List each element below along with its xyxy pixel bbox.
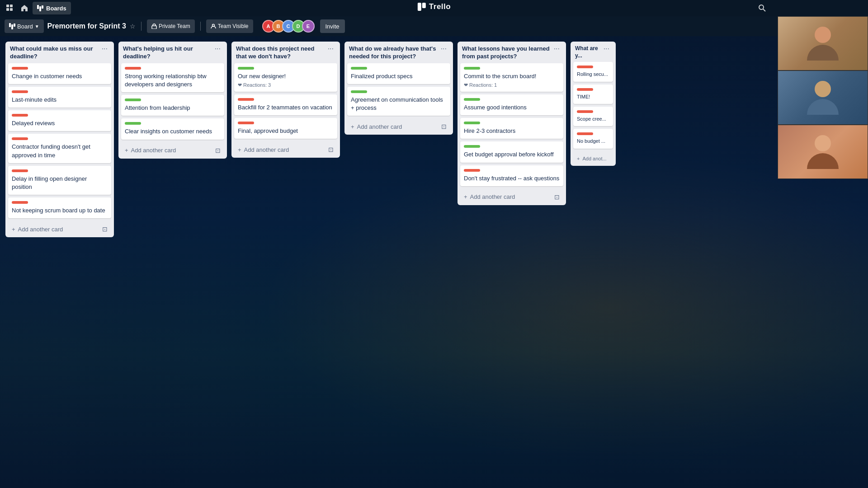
list-2-title: What's helping us hit our deadline? xyxy=(123,45,213,61)
card-text: Final, approved budget xyxy=(238,127,334,135)
svg-rect-8 xyxy=(422,3,426,8)
plus-icon: + xyxy=(12,226,15,233)
template-icon[interactable]: ⊡ xyxy=(328,146,334,153)
template-icon[interactable]: ⊡ xyxy=(441,123,447,130)
add-card-button-5[interactable]: + Add another card ⊡ xyxy=(461,192,562,202)
card-label-red xyxy=(577,132,593,135)
video-bg-3 xyxy=(778,125,868,178)
add-card-label: Add another card xyxy=(18,226,63,233)
card-delayed-reviews[interactable]: Delayed reviews xyxy=(8,110,111,131)
video-panel-3[interactable] xyxy=(778,125,868,179)
card-last-minute-edits[interactable]: Last-minute edits xyxy=(8,87,111,108)
card-backfill-teammates[interactable]: Backfill for 2 teammates on vacation xyxy=(234,94,337,115)
card-assume-good[interactable]: Assume good intentions xyxy=(460,94,563,115)
card-dont-stay-frustrated[interactable]: Don't stay frustrated -- ask questions xyxy=(460,165,563,186)
search-button[interactable] xyxy=(756,2,769,14)
card-commit-scrum[interactable]: Commit to the scrum board! ❤ Reactions: … xyxy=(460,63,563,92)
card-rolling-secu[interactable]: Rolling secu... xyxy=(573,62,613,81)
team-visible-label: Team Visible xyxy=(218,23,249,29)
team-visible-button[interactable]: Team Visible xyxy=(206,19,253,33)
list-4-header: What do we already have that's needed fo… xyxy=(344,42,453,63)
list-4-cards: Finalized product specs Agreement on com… xyxy=(344,63,453,119)
card-delay-designer[interactable]: Delay in filling open designer position xyxy=(8,166,111,195)
apps-icon[interactable] xyxy=(4,2,16,14)
invite-button[interactable]: Invite xyxy=(320,19,345,33)
add-card-button-2[interactable]: + Add another card ⊡ xyxy=(122,145,223,156)
add-card-button-1[interactable]: + Add another card ⊡ xyxy=(9,224,110,235)
card-text: Rolling secu... xyxy=(577,71,609,78)
video-bg-1 xyxy=(778,17,868,70)
card-label-red xyxy=(238,122,254,124)
svg-rect-1 xyxy=(10,5,13,7)
card-text: Commit to the scrum board! xyxy=(464,72,560,80)
list-5-footer: + Add another card ⊡ xyxy=(458,189,566,205)
card-change-customer-needs[interactable]: Change in customer needs xyxy=(8,63,111,84)
card-hire-contractors[interactable]: Hire 2-3 contractors xyxy=(460,118,563,139)
card-label-red xyxy=(577,88,593,91)
card-scope-cree[interactable]: Scope cree... xyxy=(573,107,613,126)
board-menu-button[interactable]: Board ▼ xyxy=(5,19,44,33)
card-text: TIME! xyxy=(577,94,609,100)
person-1 xyxy=(807,27,839,61)
card-no-budget[interactable]: No budget ... xyxy=(573,129,613,148)
card-finalized-specs[interactable]: Finalized product specs xyxy=(347,63,450,84)
card-scrum-board[interactable]: Not keeping scrum board up to date xyxy=(8,197,111,218)
card-label-green xyxy=(464,67,480,70)
list-5-menu[interactable]: ··· xyxy=(552,45,561,52)
template-icon[interactable]: ⊡ xyxy=(102,225,108,233)
list-6-header: What are y... ··· xyxy=(571,42,616,62)
list-5-cards: Commit to the scrum board! ❤ Reactions: … xyxy=(458,63,566,189)
trello-logo: Trello xyxy=(417,2,451,11)
card-clear-insights[interactable]: Clear insights on customer needs xyxy=(121,118,224,139)
list-4: What do we already have that's needed fo… xyxy=(344,42,453,135)
svg-rect-5 xyxy=(39,6,41,11)
plus-icon: + xyxy=(464,193,467,200)
add-card-button-4[interactable]: + Add another card ⊡ xyxy=(348,121,449,132)
add-card-label: Add anot... xyxy=(582,156,606,161)
boards-label: Boards xyxy=(46,5,66,12)
list-2-menu[interactable]: ··· xyxy=(213,45,222,52)
svg-rect-3 xyxy=(10,8,13,11)
list-6-title: What are y... xyxy=(575,45,602,59)
list-1-menu[interactable]: ··· xyxy=(100,45,109,52)
template-icon[interactable]: ⊡ xyxy=(215,147,221,154)
card-contractor-funding[interactable]: Contractor funding doesn't get approved … xyxy=(8,134,111,163)
card-strong-relationship[interactable]: Strong working relationship btw develope… xyxy=(121,63,224,92)
home-icon[interactable] xyxy=(18,2,31,14)
avatar-5[interactable]: E xyxy=(302,20,315,33)
svg-rect-14 xyxy=(152,26,156,29)
template-icon[interactable]: ⊡ xyxy=(554,193,560,201)
boards-button[interactable]: Boards xyxy=(33,2,71,14)
card-label-green xyxy=(464,98,480,101)
card-text: Scope cree... xyxy=(577,116,609,122)
card-attention-leadership[interactable]: Attention from leadership xyxy=(121,95,224,116)
card-label-green xyxy=(351,90,367,93)
list-5-title: What lessons have you learned from past … xyxy=(462,45,552,61)
list-5-header: What lessons have you learned from past … xyxy=(458,42,566,63)
card-new-designer[interactable]: Our new designer! ❤ Reactions: 3 xyxy=(234,63,337,92)
card-communication-tools[interactable]: Agreement on communication tools + proce… xyxy=(347,87,450,116)
card-label-green xyxy=(125,122,141,125)
video-bg-2 xyxy=(778,71,868,124)
star-icon[interactable]: ☆ xyxy=(130,23,136,30)
card-label-green xyxy=(351,67,367,70)
list-4-menu[interactable]: ··· xyxy=(439,45,448,52)
privacy-label: Private Team xyxy=(159,23,190,29)
list-6-menu[interactable]: ··· xyxy=(602,45,611,52)
card-time[interactable]: TIME! xyxy=(573,84,613,104)
card-label-green xyxy=(464,145,480,148)
card-text: Hire 2-3 contractors xyxy=(464,127,560,135)
card-label-green xyxy=(125,99,141,101)
add-card-label: Add another card xyxy=(244,146,289,153)
card-label-red xyxy=(12,67,28,70)
video-panel-2[interactable] xyxy=(778,70,868,125)
avatars-group: A B C D E xyxy=(259,20,315,33)
board-area[interactable]: What could make us miss our deadline? ··… xyxy=(0,36,868,488)
card-approved-budget[interactable]: Final, approved budget xyxy=(234,118,337,139)
add-card-button-6[interactable]: + Add anot... xyxy=(574,154,612,163)
card-budget-approval[interactable]: Get budget approval before kickoff xyxy=(460,141,563,162)
privacy-button[interactable]: Private Team xyxy=(147,19,195,33)
list-3-menu[interactable]: ··· xyxy=(326,45,335,52)
add-card-button-3[interactable]: + Add another card ⊡ xyxy=(235,144,336,155)
video-panel-1[interactable] xyxy=(778,16,868,70)
